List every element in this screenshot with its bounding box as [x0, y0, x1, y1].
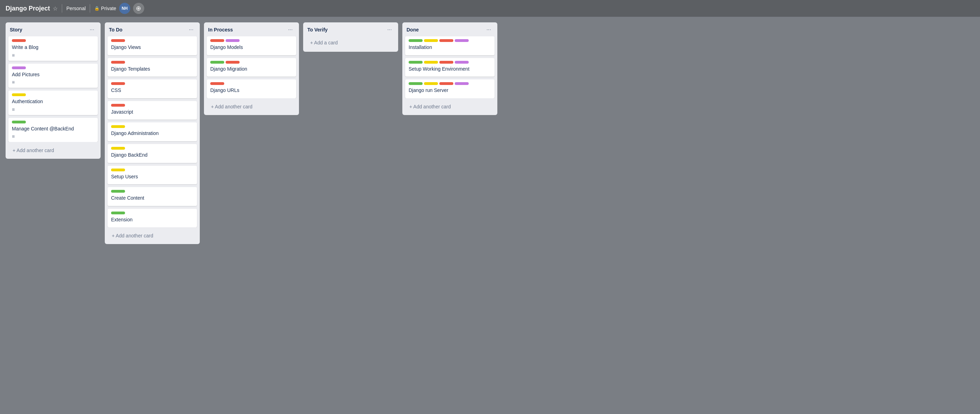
column-menu-done[interactable]: ··· — [484, 26, 493, 34]
card-labels-extension — [111, 211, 194, 214]
cards-list-in-process: Django ModelsDjango MigrationDjango URLs — [204, 36, 299, 98]
card-title-django-urls: Django URLs — [210, 87, 293, 94]
card-labels-installation — [409, 39, 491, 42]
board-title: Django Project — [6, 5, 50, 12]
card-css[interactable]: CSS — [108, 79, 197, 98]
card-create-content[interactable]: Create Content — [108, 187, 197, 206]
card-labels-django-models — [210, 39, 293, 42]
card-labels-django-administration — [111, 125, 194, 128]
add-another-card-todo[interactable]: + Add another card — [108, 230, 197, 241]
card-title-django-run-server: Django run Server — [409, 87, 491, 94]
lock-icon: 🔒 — [94, 6, 100, 11]
column-menu-in-process[interactable]: ··· — [286, 26, 295, 34]
label-yellow — [111, 169, 125, 171]
card-django-views[interactable]: Django Views — [108, 36, 197, 55]
card-labels-create-content — [111, 190, 194, 193]
card-django-migration[interactable]: Django Migration — [207, 58, 296, 77]
card-labels-setup-working-environment — [409, 61, 491, 64]
description-icon-write-a-blog: ≡ — [12, 53, 94, 58]
header: Django Project ☆ Personal 🔒 Private NH ⊕ — [0, 0, 980, 17]
label-purple — [455, 82, 469, 85]
card-title-javascript: Javascript — [111, 109, 194, 116]
card-django-urls[interactable]: Django URLs — [207, 79, 296, 98]
card-title-write-a-blog: Write a Blog — [12, 44, 94, 51]
card-title-manage-content: Manage Content @BackEnd — [12, 126, 94, 133]
column-title-todo: To Do — [109, 27, 123, 32]
column-to-verify: To Verify···+ Add a card — [303, 22, 398, 52]
card-title-setup-working-environment: Setup Working Environment — [409, 66, 491, 73]
card-setup-users[interactable]: Setup Users — [108, 166, 197, 185]
label-red — [439, 61, 453, 64]
label-purple — [226, 39, 240, 42]
card-title-django-views: Django Views — [111, 44, 194, 51]
label-red — [439, 39, 453, 42]
card-labels-authentication — [12, 93, 94, 96]
column-title-in-process: In Process — [208, 27, 233, 32]
user-avatar[interactable]: NH — [119, 3, 130, 14]
card-labels-django-templates — [111, 61, 194, 64]
label-purple — [455, 39, 469, 42]
column-title-story: Story — [10, 27, 22, 32]
label-yellow — [424, 61, 438, 64]
card-labels-setup-users — [111, 169, 194, 171]
add-another-card-in-process[interactable]: + Add another card — [207, 101, 296, 112]
label-yellow — [111, 147, 125, 150]
card-extension[interactable]: Extension — [108, 209, 197, 228]
label-red — [111, 82, 125, 85]
board: Story···Write a Blog≡Add Pictures≡Authen… — [0, 17, 980, 414]
add-member-icon[interactable]: ⊕ — [133, 3, 144, 14]
card-authentication[interactable]: Authentication≡ — [8, 91, 98, 115]
add-another-card-done[interactable]: + Add another card — [405, 101, 495, 112]
cards-list-story: Write a Blog≡Add Pictures≡Authentication… — [6, 36, 100, 142]
card-labels-add-pictures — [12, 66, 94, 69]
column-header-story: Story··· — [6, 22, 100, 36]
star-icon[interactable]: ☆ — [53, 5, 57, 12]
column-menu-todo[interactable]: ··· — [187, 26, 196, 34]
add-another-card-story[interactable]: + Add another card — [8, 145, 98, 156]
card-django-backend[interactable]: Django BackEnd — [108, 144, 197, 163]
private-label[interactable]: 🔒 Private — [94, 6, 116, 11]
label-red — [111, 39, 125, 42]
card-title-add-pictures: Add Pictures — [12, 71, 94, 78]
description-icon-manage-content: ≡ — [12, 134, 94, 139]
card-labels-write-a-blog — [12, 39, 94, 42]
card-javascript[interactable]: Javascript — [108, 101, 197, 120]
column-menu-story[interactable]: ··· — [88, 26, 96, 34]
card-installation[interactable]: Installation — [405, 36, 495, 55]
card-title-create-content: Create Content — [111, 195, 194, 202]
card-labels-css — [111, 82, 194, 85]
card-labels-django-backend — [111, 147, 194, 150]
card-setup-working-environment[interactable]: Setup Working Environment — [405, 58, 495, 77]
card-django-models[interactable]: Django Models — [207, 36, 296, 55]
card-title-extension: Extension — [111, 216, 194, 224]
divider-1 — [62, 4, 62, 13]
personal-label[interactable]: Personal — [66, 6, 86, 11]
label-yellow — [424, 39, 438, 42]
description-icon-add-pictures: ≡ — [12, 79, 94, 85]
divider-2 — [90, 4, 90, 13]
card-title-setup-users: Setup Users — [111, 173, 194, 181]
card-labels-manage-content — [12, 121, 94, 123]
card-labels-django-migration — [210, 61, 293, 64]
column-in-process: In Process···Django ModelsDjango Migrati… — [204, 22, 299, 115]
column-story: Story···Write a Blog≡Add Pictures≡Authen… — [6, 22, 100, 159]
add-a-card-to-verify[interactable]: + Add a card — [306, 36, 395, 49]
card-add-pictures[interactable]: Add Pictures≡ — [8, 64, 98, 88]
card-manage-content[interactable]: Manage Content @BackEnd≡ — [8, 118, 98, 142]
card-write-a-blog[interactable]: Write a Blog≡ — [8, 36, 98, 61]
label-red — [111, 104, 125, 107]
label-red — [12, 39, 26, 42]
column-title-to-verify: To Verify — [307, 27, 328, 32]
card-labels-django-views — [111, 39, 194, 42]
card-labels-django-run-server — [409, 82, 491, 85]
card-django-run-server[interactable]: Django run Server — [405, 79, 495, 98]
description-icon-authentication: ≡ — [12, 107, 94, 112]
label-yellow — [12, 93, 26, 96]
card-title-django-migration: Django Migration — [210, 66, 293, 73]
label-red — [439, 82, 453, 85]
card-django-templates[interactable]: Django Templates — [108, 58, 197, 77]
column-menu-to-verify[interactable]: ··· — [385, 26, 394, 34]
card-title-django-administration: Django Administration — [111, 130, 194, 137]
card-django-administration[interactable]: Django Administration — [108, 122, 197, 141]
label-green — [409, 61, 423, 64]
